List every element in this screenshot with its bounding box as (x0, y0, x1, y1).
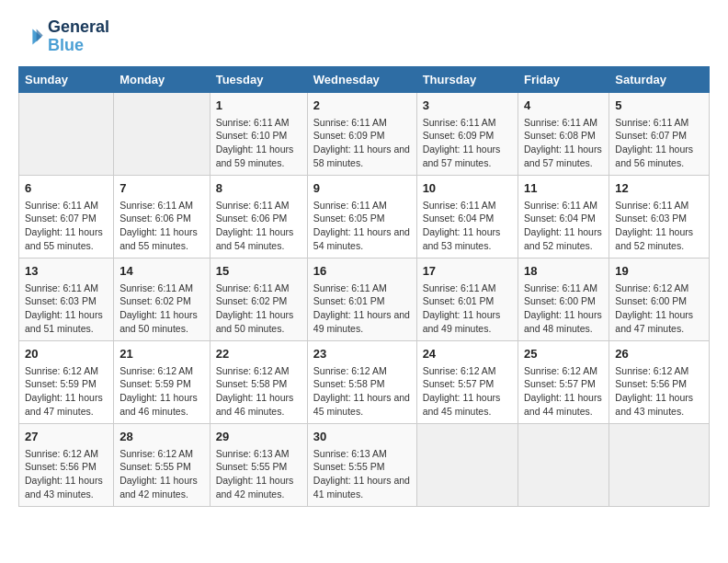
day-info: Sunrise: 6:11 AM Sunset: 6:06 PM Dayligh… (216, 199, 301, 253)
day-number: 11 (524, 180, 603, 197)
day-number: 9 (313, 180, 411, 197)
day-cell: 20Sunrise: 6:12 AM Sunset: 5:59 PM Dayli… (19, 340, 114, 423)
day-cell: 17Sunrise: 6:11 AM Sunset: 6:01 PM Dayli… (416, 258, 518, 340)
day-cell: 12Sunrise: 6:11 AM Sunset: 6:03 PM Dayli… (609, 175, 710, 258)
header-cell-wednesday: Wednesday (307, 66, 416, 92)
day-info: Sunrise: 6:11 AM Sunset: 6:01 PM Dayligh… (423, 282, 512, 336)
day-number: 17 (423, 263, 512, 280)
day-number: 5 (615, 98, 703, 114)
day-cell (114, 92, 210, 175)
day-cell: 4Sunrise: 6:11 AM Sunset: 6:08 PM Daylig… (518, 92, 609, 175)
day-cell: 1Sunrise: 6:11 AM Sunset: 6:10 PM Daylig… (210, 92, 307, 175)
day-info: Sunrise: 6:13 AM Sunset: 5:55 PM Dayligh… (216, 447, 301, 501)
day-number: 3 (423, 98, 512, 114)
day-number: 10 (423, 180, 512, 197)
day-info: Sunrise: 6:11 AM Sunset: 6:04 PM Dayligh… (423, 199, 512, 253)
day-info: Sunrise: 6:13 AM Sunset: 5:55 PM Dayligh… (313, 447, 411, 501)
day-cell: 5Sunrise: 6:11 AM Sunset: 6:07 PM Daylig… (609, 92, 710, 175)
day-info: Sunrise: 6:11 AM Sunset: 6:08 PM Dayligh… (524, 116, 603, 170)
day-cell (416, 423, 518, 506)
day-cell (19, 92, 114, 175)
day-number: 22 (216, 346, 301, 362)
calendar-table: SundayMondayTuesdayWednesdayThursdayFrid… (18, 66, 710, 507)
day-cell: 28Sunrise: 6:12 AM Sunset: 5:55 PM Dayli… (114, 423, 210, 506)
day-cell: 30Sunrise: 6:13 AM Sunset: 5:55 PM Dayli… (307, 423, 416, 506)
day-number: 14 (119, 263, 204, 280)
day-cell: 7Sunrise: 6:11 AM Sunset: 6:06 PM Daylig… (114, 175, 210, 258)
day-cell: 21Sunrise: 6:12 AM Sunset: 5:59 PM Dayli… (114, 340, 210, 423)
day-info: Sunrise: 6:12 AM Sunset: 5:57 PM Dayligh… (423, 364, 512, 419)
day-number: 1 (216, 98, 301, 114)
day-number: 29 (216, 429, 301, 445)
day-number: 13 (25, 263, 108, 280)
day-info: Sunrise: 6:12 AM Sunset: 5:59 PM Dayligh… (25, 364, 108, 419)
day-info: Sunrise: 6:11 AM Sunset: 6:02 PM Dayligh… (119, 282, 204, 336)
header: General Blue (18, 18, 710, 55)
day-info: Sunrise: 6:11 AM Sunset: 6:09 PM Dayligh… (423, 116, 512, 170)
day-info: Sunrise: 6:11 AM Sunset: 6:05 PM Dayligh… (313, 199, 411, 253)
day-cell: 16Sunrise: 6:11 AM Sunset: 6:01 PM Dayli… (307, 258, 416, 340)
day-number: 20 (25, 346, 108, 362)
day-number: 19 (615, 263, 703, 280)
day-number: 25 (524, 346, 603, 362)
day-info: Sunrise: 6:11 AM Sunset: 6:03 PM Dayligh… (25, 282, 108, 336)
day-cell: 6Sunrise: 6:11 AM Sunset: 6:07 PM Daylig… (19, 175, 114, 258)
day-cell: 15Sunrise: 6:11 AM Sunset: 6:02 PM Dayli… (210, 258, 307, 340)
svg-marker-1 (37, 29, 43, 41)
day-cell: 18Sunrise: 6:11 AM Sunset: 6:00 PM Dayli… (518, 258, 609, 340)
header-cell-saturday: Saturday (609, 66, 710, 92)
day-number: 30 (313, 429, 411, 445)
day-info: Sunrise: 6:11 AM Sunset: 6:00 PM Dayligh… (524, 282, 603, 336)
week-row-5: 27Sunrise: 6:12 AM Sunset: 5:56 PM Dayli… (19, 423, 710, 506)
header-cell-tuesday: Tuesday (210, 66, 307, 92)
day-cell: 26Sunrise: 6:12 AM Sunset: 5:56 PM Dayli… (609, 340, 710, 423)
day-info: Sunrise: 6:11 AM Sunset: 6:02 PM Dayligh… (216, 282, 301, 336)
day-info: Sunrise: 6:11 AM Sunset: 6:07 PM Dayligh… (25, 199, 108, 253)
day-info: Sunrise: 6:12 AM Sunset: 5:56 PM Dayligh… (25, 447, 108, 501)
day-number: 21 (119, 346, 204, 362)
day-info: Sunrise: 6:12 AM Sunset: 5:57 PM Dayligh… (524, 364, 603, 419)
logo-text: General Blue (48, 18, 109, 55)
day-cell: 11Sunrise: 6:11 AM Sunset: 6:04 PM Dayli… (518, 175, 609, 258)
day-number: 26 (615, 346, 703, 362)
logo-icon (18, 24, 44, 50)
day-cell: 25Sunrise: 6:12 AM Sunset: 5:57 PM Dayli… (518, 340, 609, 423)
day-info: Sunrise: 6:12 AM Sunset: 5:59 PM Dayligh… (119, 364, 204, 419)
day-number: 4 (524, 98, 603, 114)
day-number: 16 (313, 263, 411, 280)
day-cell: 19Sunrise: 6:12 AM Sunset: 6:00 PM Dayli… (609, 258, 710, 340)
day-info: Sunrise: 6:12 AM Sunset: 5:55 PM Dayligh… (119, 447, 204, 501)
day-number: 7 (119, 180, 204, 197)
day-number: 12 (615, 180, 703, 197)
header-cell-monday: Monday (114, 66, 210, 92)
calendar-body: 1Sunrise: 6:11 AM Sunset: 6:10 PM Daylig… (19, 92, 710, 506)
day-cell: 14Sunrise: 6:11 AM Sunset: 6:02 PM Dayli… (114, 258, 210, 340)
day-cell: 13Sunrise: 6:11 AM Sunset: 6:03 PM Dayli… (19, 258, 114, 340)
day-cell: 8Sunrise: 6:11 AM Sunset: 6:06 PM Daylig… (210, 175, 307, 258)
day-cell: 10Sunrise: 6:11 AM Sunset: 6:04 PM Dayli… (416, 175, 518, 258)
day-number: 27 (25, 429, 108, 445)
day-cell (609, 423, 710, 506)
day-number: 24 (423, 346, 512, 362)
day-info: Sunrise: 6:11 AM Sunset: 6:09 PM Dayligh… (313, 116, 411, 170)
day-info: Sunrise: 6:11 AM Sunset: 6:03 PM Dayligh… (615, 199, 703, 253)
day-info: Sunrise: 6:12 AM Sunset: 6:00 PM Dayligh… (615, 282, 703, 336)
week-row-1: 1Sunrise: 6:11 AM Sunset: 6:10 PM Daylig… (19, 92, 710, 175)
day-info: Sunrise: 6:11 AM Sunset: 6:06 PM Dayligh… (119, 199, 204, 253)
day-number: 15 (216, 263, 301, 280)
week-row-2: 6Sunrise: 6:11 AM Sunset: 6:07 PM Daylig… (19, 175, 710, 258)
week-row-4: 20Sunrise: 6:12 AM Sunset: 5:59 PM Dayli… (19, 340, 710, 423)
header-cell-friday: Friday (518, 66, 609, 92)
day-number: 28 (119, 429, 204, 445)
day-cell: 3Sunrise: 6:11 AM Sunset: 6:09 PM Daylig… (416, 92, 518, 175)
day-info: Sunrise: 6:12 AM Sunset: 5:56 PM Dayligh… (615, 364, 703, 419)
header-cell-sunday: Sunday (19, 66, 114, 92)
day-info: Sunrise: 6:11 AM Sunset: 6:01 PM Dayligh… (313, 282, 411, 336)
day-info: Sunrise: 6:11 AM Sunset: 6:07 PM Dayligh… (615, 116, 703, 170)
day-cell (518, 423, 609, 506)
calendar-header-row: SundayMondayTuesdayWednesdayThursdayFrid… (19, 66, 710, 92)
day-info: Sunrise: 6:11 AM Sunset: 6:04 PM Dayligh… (524, 199, 603, 253)
day-cell: 2Sunrise: 6:11 AM Sunset: 6:09 PM Daylig… (307, 92, 416, 175)
day-number: 6 (25, 180, 108, 197)
day-cell: 29Sunrise: 6:13 AM Sunset: 5:55 PM Dayli… (210, 423, 307, 506)
